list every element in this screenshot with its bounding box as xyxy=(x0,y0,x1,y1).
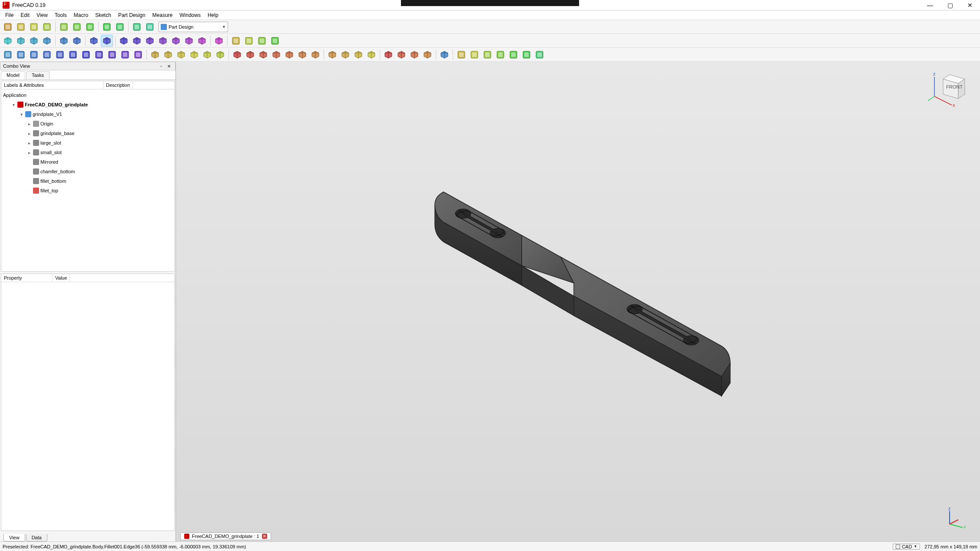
meas-refresh-button[interactable] xyxy=(481,49,493,61)
meas-toggle3d-button[interactable] xyxy=(520,49,533,61)
property-header-value[interactable]: Value xyxy=(53,274,70,282)
menu-part-design[interactable]: Part Design xyxy=(115,11,149,19)
menu-edit[interactable]: Edit xyxy=(17,11,33,19)
tree-item-fillet-top[interactable]: fillet_top xyxy=(1,186,174,195)
undo-button[interactable] xyxy=(101,21,113,33)
datum-cs-button[interactable] xyxy=(93,49,105,61)
sketch-button[interactable] xyxy=(15,49,27,61)
multi-button[interactable] xyxy=(365,49,377,61)
helix-button[interactable] xyxy=(201,49,213,61)
group-new-button[interactable] xyxy=(230,35,242,47)
groove-button[interactable] xyxy=(257,49,269,61)
meas-ang-button[interactable] xyxy=(468,49,480,61)
meas-toggledelta-button[interactable] xyxy=(533,49,546,61)
sub-pipe-button[interactable] xyxy=(283,49,295,61)
nav-style-indicator[interactable]: CAD ▼ xyxy=(893,544,920,550)
document-tab[interactable]: FreeCAD_DEMO_grindplate : 1 ✕ xyxy=(180,532,271,540)
model-tree[interactable]: Labels & Attributes Description Applicat… xyxy=(1,81,175,272)
primitive-sub-button[interactable] xyxy=(309,49,321,61)
cut-button[interactable] xyxy=(58,21,70,33)
zoom-sel-button[interactable] xyxy=(101,35,113,47)
minimize-button[interactable]: — xyxy=(920,0,940,10)
tree-item-mirrored[interactable]: Mirrored xyxy=(1,157,174,167)
menu-help[interactable]: Help xyxy=(204,11,222,19)
rear-button[interactable] xyxy=(170,35,182,47)
open-button[interactable] xyxy=(15,21,27,33)
meas-lin-button[interactable] xyxy=(455,49,467,61)
menu-sketch[interactable]: Sketch xyxy=(92,11,115,19)
combo-tab-tasks[interactable]: Tasks xyxy=(26,71,50,79)
fit-all-button[interactable] xyxy=(2,35,14,47)
3d-model-grindplate[interactable] xyxy=(417,170,739,413)
tree-item-grindplate-base[interactable]: ▸grindplate_base xyxy=(1,129,174,138)
iso-button[interactable] xyxy=(118,35,130,47)
document-tab-close[interactable]: ✕ xyxy=(262,534,267,539)
tree-header-labels[interactable]: Labels & Attributes xyxy=(1,81,103,89)
tree-expander[interactable]: ▾ xyxy=(11,102,16,107)
shape-binder-button[interactable] xyxy=(106,49,118,61)
tree-item-chamfer-bottom[interactable]: chamfer_bottom xyxy=(1,167,174,176)
draw-style-button[interactable] xyxy=(28,35,40,47)
maximize-button[interactable]: ▢ xyxy=(940,0,960,10)
bottom-button[interactable] xyxy=(183,35,195,47)
fillet-button[interactable] xyxy=(382,49,394,61)
combo-view-header[interactable]: Combo View ▫ ✕ xyxy=(0,62,175,70)
sub-helix-button[interactable] xyxy=(296,49,308,61)
import-button[interactable] xyxy=(269,35,281,47)
3d-viewport[interactable]: z x FRONT z y FreeCAD_DEMO_grindplate : … xyxy=(176,62,980,541)
linear-button[interactable] xyxy=(339,49,351,61)
draft-button[interactable] xyxy=(408,49,420,61)
bbox-button[interactable] xyxy=(41,35,53,47)
workbench-selector[interactable]: Part Design▼ xyxy=(159,22,228,32)
datum-plane-button[interactable] xyxy=(80,49,92,61)
menu-macro[interactable]: Macro xyxy=(70,11,92,19)
meas-toggle-button[interactable] xyxy=(507,49,520,61)
pipe-button[interactable] xyxy=(188,49,200,61)
tree-expander[interactable]: ▸ xyxy=(26,141,32,145)
sub-loft-button[interactable] xyxy=(270,49,282,61)
tree-item-small-slot[interactable]: ▸small_slot xyxy=(1,148,174,157)
link-goto-button[interactable] xyxy=(88,35,100,47)
tree-expander[interactable]: ▸ xyxy=(26,150,32,155)
tree-item-freecad-demo-grindplate[interactable]: ▾FreeCAD_DEMO_grindplate xyxy=(1,100,174,109)
navigation-cube[interactable]: z x FRONT xyxy=(928,70,967,109)
tree-item-grindplate-v1[interactable]: ▾grindplate_V1 xyxy=(1,109,174,119)
loft-button[interactable] xyxy=(175,49,187,61)
copy-button[interactable] xyxy=(71,21,83,33)
mirror-button[interactable] xyxy=(326,49,338,61)
top-button[interactable] xyxy=(144,35,156,47)
print-button[interactable] xyxy=(41,21,53,33)
primitive-add-button[interactable] xyxy=(214,49,226,61)
tree-item-large-slot[interactable]: ▸large_slot xyxy=(1,138,174,148)
map-sketch-button[interactable] xyxy=(41,49,53,61)
tree-application-root[interactable]: Application xyxy=(1,90,174,100)
menu-measure[interactable]: Measure xyxy=(149,11,176,19)
thickness-button[interactable] xyxy=(421,49,434,61)
tree-expander[interactable]: ▾ xyxy=(19,112,24,117)
front-button[interactable] xyxy=(131,35,143,47)
group-link-button[interactable] xyxy=(243,35,255,47)
property-panel[interactable]: Property Value xyxy=(1,274,175,531)
boolean-button[interactable] xyxy=(438,49,450,61)
whatsthis-button[interactable] xyxy=(144,21,156,33)
measure-button[interactable] xyxy=(213,35,225,47)
redo-button[interactable] xyxy=(114,21,126,33)
menu-tools[interactable]: Tools xyxy=(51,11,70,19)
refresh-button[interactable] xyxy=(131,21,143,33)
pad-button[interactable] xyxy=(149,49,161,61)
sub-binder-button[interactable] xyxy=(119,49,131,61)
tree-expander[interactable]: ▸ xyxy=(26,122,32,126)
paste-button[interactable] xyxy=(84,21,96,33)
meas-clear-button[interactable] xyxy=(494,49,507,61)
panel-close-button[interactable]: ✕ xyxy=(166,63,172,69)
revolution-button[interactable] xyxy=(162,49,174,61)
property-tab-view[interactable]: View xyxy=(3,534,25,541)
polar-button[interactable] xyxy=(352,49,364,61)
export-button[interactable] xyxy=(256,35,268,47)
clone-button[interactable] xyxy=(132,49,144,61)
nav-fwd-button[interactable] xyxy=(71,35,83,47)
nav-back-button[interactable] xyxy=(58,35,70,47)
save-button[interactable] xyxy=(28,21,40,33)
chamfer-button[interactable] xyxy=(395,49,407,61)
menu-windows[interactable]: Windows xyxy=(176,11,204,19)
